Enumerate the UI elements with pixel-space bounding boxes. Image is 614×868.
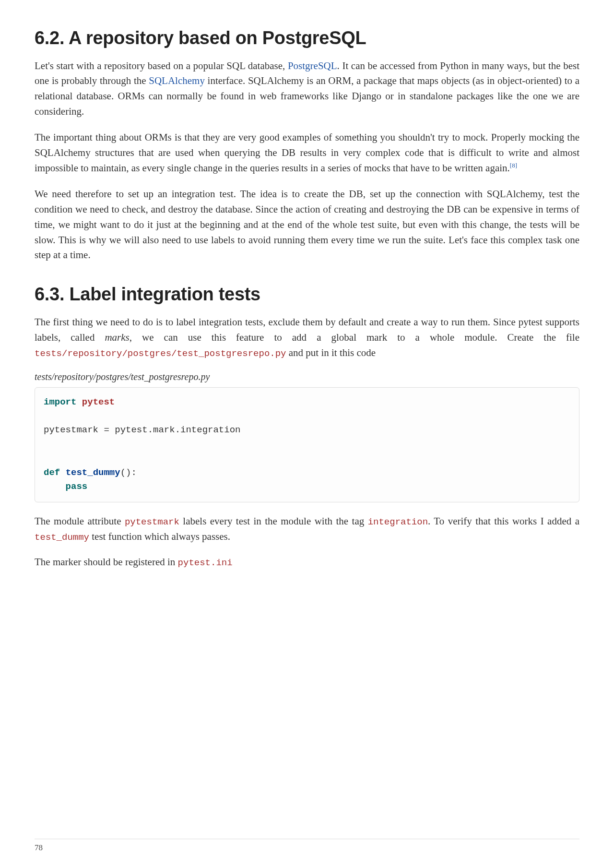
emphasis-marks: marks [105, 332, 129, 343]
code-content: import pytest pytestmark = pytest.mark.i… [44, 395, 570, 494]
text: , we can use this feature to add a globa… [130, 332, 579, 343]
paragraph: The important thing about ORMs is that t… [35, 130, 579, 176]
code-keyword: def [44, 467, 60, 478]
code-keyword: pass [66, 481, 88, 492]
inline-code: test_dummy [35, 532, 89, 543]
text: The important thing about ORMs is that t… [35, 131, 579, 174]
code-module: pytest [82, 397, 115, 407]
code-punct: (): [120, 467, 137, 478]
page-number: 78 [35, 843, 43, 853]
text: and put in it this code [286, 347, 376, 358]
paragraph: Let's start with a repository based on a… [35, 59, 579, 120]
text: The module attribute [35, 515, 125, 527]
code-line: pytestmark = pytest.mark.integration [44, 425, 240, 435]
paragraph: The first thing we need to do is to labe… [35, 315, 579, 361]
document-page: 6.2. A repository based on PostgreSQL Le… [0, 0, 614, 868]
link-sqlalchemy[interactable]: SQLAlchemy [149, 75, 205, 86]
code-listing: import pytest pytestmark = pytest.mark.i… [35, 387, 579, 502]
section-heading-6-2: 6.2. A repository based on PostgreSQL [35, 27, 579, 50]
paragraph: The marker should be registered in pytes… [35, 555, 579, 570]
code-listing-caption: tests/repository/postgres/test_postgresr… [35, 371, 579, 382]
inline-code: pytest.ini [178, 558, 233, 568]
footnote-link-8[interactable]: [8] [510, 162, 517, 169]
text: The marker should be registered in [35, 556, 178, 568]
inline-code: integration [368, 517, 428, 527]
footer-rule [35, 839, 579, 839]
text: labels every test in the module with the… [179, 515, 368, 527]
inline-code-filepath: tests/repository/postgres/test_postgresr… [35, 348, 286, 359]
code-keyword: import [44, 397, 76, 407]
code-function-name: test_dummy [66, 467, 120, 478]
text: test function which always passes. [89, 531, 230, 542]
text: Let's start with a repository based on a… [35, 60, 288, 71]
text: . To verify that this works I added a [428, 515, 579, 527]
section-heading-6-3: 6.3. Label integration tests [35, 283, 579, 306]
inline-code: pytestmark [125, 517, 179, 527]
link-postgresql[interactable]: PostgreSQL [288, 60, 337, 71]
paragraph: The module attribute pytestmark labels e… [35, 514, 579, 545]
paragraph: We need therefore to set up an integrati… [35, 187, 579, 263]
